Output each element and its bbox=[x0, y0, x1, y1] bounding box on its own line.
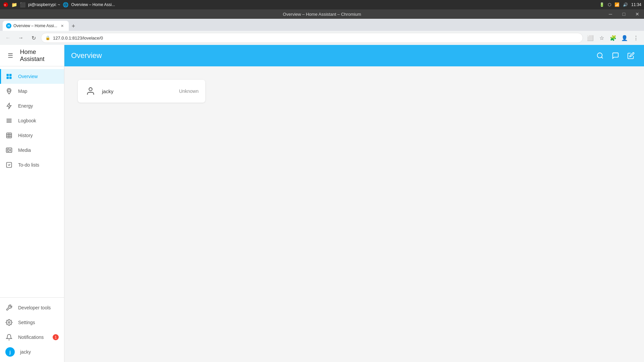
sidebar-item-todo-label: To-do lists bbox=[18, 162, 39, 168]
history-icon bbox=[5, 132, 13, 139]
content-area: jacky Unknown bbox=[64, 66, 644, 362]
terminal-label: pi@raspberrypi: ~ bbox=[28, 2, 60, 7]
header-actions bbox=[594, 49, 637, 62]
sidebar-item-map-label: Map bbox=[18, 88, 27, 94]
svg-rect-5 bbox=[9, 77, 12, 79]
clock: 11:34 bbox=[631, 2, 641, 7]
notifications-icon bbox=[5, 334, 13, 341]
sidebar-item-energy[interactable]: Energy bbox=[0, 99, 64, 113]
terminal-icon[interactable]: ⬛ bbox=[20, 2, 25, 7]
chromium-icon[interactable]: 🌐 bbox=[63, 2, 68, 7]
svg-point-25 bbox=[89, 88, 92, 91]
person-card: jacky Unknown bbox=[78, 80, 205, 103]
svg-rect-21 bbox=[7, 163, 12, 168]
sidebar-item-dev-tools-label: Developer tools bbox=[18, 305, 51, 310]
svg-rect-3 bbox=[9, 74, 12, 76]
os-topbar: π 📁 ⬛ pi@raspberrypi: ~ 🌐 Overview – Hom… bbox=[0, 0, 644, 9]
sidebar-item-logbook-label: Logbook bbox=[18, 118, 36, 123]
sidebar-item-todo[interactable]: To-do lists bbox=[0, 158, 64, 172]
address-bar[interactable]: 🔒 127.0.0.1:8123/lovelace/0 bbox=[41, 33, 583, 43]
sidebar-item-overview[interactable]: Overview bbox=[0, 69, 64, 84]
window-titlebar: Overview – Home Assistant – Chromium ─ □… bbox=[0, 9, 644, 19]
app-layout: ☰ Home Assistant Overview Map bbox=[0, 45, 644, 362]
bookmark-button[interactable]: ☆ bbox=[596, 33, 607, 43]
tab-close-button[interactable]: ✕ bbox=[59, 23, 65, 29]
forward-button[interactable]: → bbox=[15, 33, 26, 43]
edit-button[interactable] bbox=[625, 49, 637, 62]
energy-icon bbox=[5, 102, 13, 110]
tab-title: Overview – Home Assi... bbox=[13, 23, 57, 28]
sidebar-item-media[interactable]: Media bbox=[0, 143, 64, 158]
svg-rect-4 bbox=[7, 77, 9, 79]
file-manager-icon[interactable]: 📁 bbox=[11, 2, 17, 7]
sidebar-item-history[interactable]: History bbox=[0, 128, 64, 143]
svg-point-6 bbox=[8, 89, 10, 92]
os-topbar-right: 🔋 ⬡ 📶 🔊 11:34 bbox=[599, 2, 641, 7]
map-icon bbox=[5, 87, 13, 95]
bluetooth-icon: ⬡ bbox=[608, 2, 611, 7]
reload-button[interactable]: ↻ bbox=[28, 33, 39, 43]
new-tab-button[interactable]: + bbox=[69, 21, 78, 31]
lock-icon: 🔒 bbox=[45, 36, 50, 40]
volume-icon: 🔊 bbox=[623, 2, 628, 7]
tab-favicon: H bbox=[6, 23, 11, 28]
sidebar-item-notifications[interactable]: Notifications 1 bbox=[0, 330, 64, 345]
extensions-button[interactable]: 🧩 bbox=[608, 33, 619, 43]
window-controls[interactable]: ─ □ ✕ bbox=[604, 9, 644, 19]
sidebar-bottom: Developer tools Settings Notifications 1 bbox=[0, 297, 64, 362]
overview-icon bbox=[5, 73, 13, 80]
sidebar-menu-button[interactable]: ☰ bbox=[5, 50, 15, 61]
window-close-button[interactable]: ✕ bbox=[631, 9, 644, 19]
sidebar-item-user[interactable]: j jacky bbox=[0, 345, 64, 359]
sidebar-user-name-label: jacky bbox=[20, 349, 31, 355]
svg-rect-2 bbox=[7, 74, 9, 76]
sidebar-nav: Overview Map Energy Logboo bbox=[0, 66, 64, 297]
notification-badge: 1 bbox=[53, 334, 59, 340]
user-avatar: j bbox=[5, 347, 15, 357]
sidebar-item-notifications-label: Notifications bbox=[18, 335, 44, 340]
media-icon bbox=[5, 146, 13, 154]
menu-button[interactable]: ⋮ bbox=[631, 33, 641, 43]
sidebar-item-map[interactable]: Map bbox=[0, 84, 64, 99]
sidebar-item-settings-label: Settings bbox=[18, 320, 35, 325]
sidebar: ☰ Home Assistant Overview Map bbox=[0, 45, 64, 362]
sidebar-item-logbook[interactable]: Logbook bbox=[0, 113, 64, 128]
tab-label-topbar: Overview – Home Assi... bbox=[71, 2, 115, 7]
svg-rect-17 bbox=[7, 149, 9, 152]
hamburger-icon: ☰ bbox=[8, 52, 13, 59]
browser-navbar: ← → ↻ 🔒 127.0.0.1:8123/lovelace/0 ⬜ ☆ 🧩 … bbox=[0, 31, 644, 45]
search-button[interactable] bbox=[594, 49, 606, 62]
logbook-icon bbox=[5, 117, 13, 124]
browser-tab-active[interactable]: H Overview – Home Assi... ✕ bbox=[3, 21, 69, 31]
main-header: Overview bbox=[64, 45, 644, 66]
system-tray-icon1: 🔋 bbox=[599, 2, 604, 7]
sidebar-title: Home Assistant bbox=[20, 49, 59, 63]
raspberry-pi-icon[interactable]: π bbox=[3, 2, 9, 8]
window-minimize-button[interactable]: ─ bbox=[604, 9, 617, 19]
sidebar-item-settings[interactable]: Settings bbox=[0, 315, 64, 330]
cast-button[interactable]: ⬜ bbox=[585, 33, 596, 43]
todo-icon bbox=[5, 161, 13, 169]
sidebar-item-history-label: History bbox=[18, 133, 33, 138]
window-maximize-button[interactable]: □ bbox=[617, 9, 631, 19]
person-name: jacky bbox=[102, 88, 174, 94]
url-text: 127.0.0.1:8123/lovelace/0 bbox=[53, 36, 103, 41]
sidebar-item-dev-tools[interactable]: Developer tools bbox=[0, 300, 64, 315]
os-topbar-left: π 📁 ⬛ pi@raspberrypi: ~ 🌐 Overview – Hom… bbox=[3, 2, 115, 8]
sidebar-header: ☰ Home Assistant bbox=[0, 45, 64, 66]
back-button[interactable]: ← bbox=[3, 33, 13, 43]
person-status: Unknown bbox=[179, 88, 199, 94]
sidebar-item-overview-label: Overview bbox=[18, 74, 38, 79]
sidebar-item-energy-label: Energy bbox=[18, 103, 33, 109]
browser-tabs: H Overview – Home Assi... ✕ + bbox=[0, 19, 644, 31]
profile-button[interactable]: 👤 bbox=[619, 33, 630, 43]
nav-right-buttons: ⬜ ☆ 🧩 👤 ⋮ bbox=[585, 33, 641, 43]
chat-button[interactable] bbox=[609, 49, 622, 62]
person-icon bbox=[85, 85, 97, 97]
dev-tools-icon bbox=[5, 304, 13, 311]
window-title: Overview – Home Assistant – Chromium bbox=[283, 12, 361, 17]
main-content: Overview jacky Unknown bbox=[64, 45, 644, 362]
wifi-icon: 📶 bbox=[614, 2, 620, 7]
svg-text:π: π bbox=[4, 3, 6, 7]
svg-point-23 bbox=[597, 53, 602, 58]
